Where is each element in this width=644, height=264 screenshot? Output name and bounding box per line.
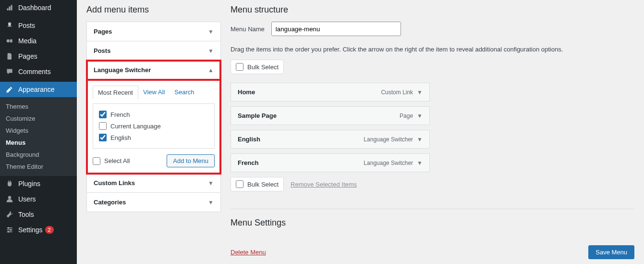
submenu-item-background[interactable]: Background: [0, 149, 77, 161]
dashboard-icon: [5, 4, 14, 12]
bulk-select-bottom[interactable]: Bulk Select: [231, 177, 284, 191]
users-icon: [5, 195, 14, 203]
submenu-item-widgets[interactable]: Widgets: [0, 125, 77, 137]
check-label: French: [110, 111, 130, 118]
accordion-label: Pages: [94, 28, 112, 35]
menu-item-type: Page▼: [400, 113, 423, 119]
accordion-head-pages[interactable]: Pages ▼: [87, 22, 220, 41]
sidebar-item-dashboard[interactable]: Dashboard: [0, 0, 77, 15]
submenu-item-themes[interactable]: Themes: [0, 101, 77, 113]
svg-point-7: [8, 231, 9, 233]
svg-point-1: [8, 196, 11, 199]
pin-icon: [5, 22, 14, 29]
menu-item-bar[interactable]: Home Custom Link▼: [231, 83, 430, 101]
menu-item-title: Sample Page: [238, 112, 277, 119]
sidebar-item-tools[interactable]: Tools: [0, 207, 77, 222]
check-item-current-language[interactable]: Current Language: [99, 120, 208, 132]
menu-item-title: French: [238, 159, 258, 166]
sidebar-item-label: Settings: [18, 226, 43, 234]
tab-most-recent[interactable]: Most Recent: [93, 86, 138, 100]
accordion-head-categories[interactable]: Categories ▼: [87, 193, 220, 212]
check-label: Current Language: [110, 123, 161, 130]
submenu-item-customize[interactable]: Customize: [0, 113, 77, 125]
sidebar-item-users[interactable]: Users: [0, 191, 77, 207]
sidebar-item-label: Plugins: [18, 180, 40, 188]
menu-structure-title: Menu structure: [231, 5, 634, 15]
accordion-label: Posts: [94, 47, 110, 54]
submenu-item-menus[interactable]: Menus: [0, 137, 77, 149]
checkbox-bulk-select-bottom[interactable]: [236, 180, 243, 188]
svg-point-0: [7, 39, 10, 42]
checkbox-english[interactable]: [99, 134, 107, 141]
accordion-head-custom-links[interactable]: Custom Links ▼: [87, 174, 220, 193]
chevron-down-icon[interactable]: ▼: [417, 89, 423, 96]
checkbox-select-all[interactable]: [93, 157, 100, 165]
media-icon: [5, 37, 14, 45]
check-label: English: [110, 134, 131, 141]
chevron-down-icon[interactable]: ▼: [417, 160, 423, 166]
accordion-label: Categories: [94, 199, 126, 206]
check-item-english[interactable]: English: [99, 132, 208, 143]
menu-item-title: Home: [238, 88, 255, 96]
sidebar-item-settings[interactable]: Settings 2: [0, 222, 77, 238]
accordion-body-language-switcher: Most Recent View All Search French Curre…: [87, 80, 220, 174]
sidebar-item-pages[interactable]: Pages: [0, 49, 77, 64]
check-item-french[interactable]: French: [99, 109, 208, 120]
appearance-submenu: Themes Customize Widgets Menus Backgroun…: [0, 97, 77, 176]
chevron-down-icon: ▼: [208, 180, 214, 187]
sidebar-item-label: Pages: [18, 52, 37, 60]
menu-item-type: Custom Link▼: [381, 89, 423, 96]
appearance-icon: [5, 86, 14, 93]
chevron-down-icon: ▼: [208, 48, 214, 54]
menu-item-bar[interactable]: French Language Switcher▼: [231, 153, 430, 172]
delete-menu-link[interactable]: Delete Menu: [231, 249, 266, 256]
menu-item-type: Language Switcher▼: [364, 160, 423, 166]
checkbox-current-language[interactable]: [99, 122, 107, 130]
remove-selected-link: Remove Selected Items: [291, 181, 357, 188]
menu-item-type: Language Switcher▼: [364, 136, 423, 143]
sidebar-item-media[interactable]: Media: [0, 33, 77, 49]
menu-name-input[interactable]: [271, 22, 401, 36]
bulk-select-top[interactable]: Bulk Select: [231, 60, 284, 74]
add-menu-items-column: Add menu items Pages ▼ Posts ▼ Language …: [86, 0, 221, 264]
sidebar-item-label: Dashboard: [18, 4, 51, 12]
accordion-head-posts[interactable]: Posts ▼: [87, 41, 220, 61]
tools-icon: [5, 211, 14, 218]
chevron-down-icon: ▼: [208, 199, 214, 206]
tab-view-all[interactable]: View All: [138, 86, 170, 100]
sidebar-item-comments[interactable]: Comments: [0, 64, 77, 79]
settings-badge: 2: [45, 226, 54, 234]
sidebar-item-label: Appearance: [18, 86, 55, 93]
bulk-select-label: Bulk Select: [247, 181, 279, 188]
checkbox-french[interactable]: [99, 111, 107, 118]
menu-item-bar[interactable]: Sample Page Page▼: [231, 106, 430, 125]
sidebar-item-label: Tools: [18, 211, 34, 218]
sidebar-item-appearance[interactable]: Appearance: [0, 82, 77, 97]
bulk-select-label: Bulk Select: [247, 63, 279, 71]
sidebar-item-plugins[interactable]: Plugins: [0, 176, 77, 191]
menu-item-title: English: [238, 136, 260, 143]
menu-name-label: Menu Name: [231, 25, 265, 33]
chevron-down-icon[interactable]: ▼: [417, 113, 423, 119]
sidebar-item-label: Users: [18, 195, 36, 203]
select-all-label: Select All: [104, 157, 130, 164]
accordion-label: Language Switcher: [94, 66, 151, 74]
chevron-up-icon: ▲: [208, 67, 214, 74]
tab-search[interactable]: Search: [170, 86, 199, 100]
settings-icon: [5, 226, 14, 234]
chevron-down-icon[interactable]: ▼: [417, 136, 423, 143]
submenu-item-theme-editor[interactable]: Theme Editor: [0, 161, 77, 173]
sidebar-item-label: Posts: [18, 22, 35, 29]
language-checklist: French Current Language English: [93, 103, 215, 149]
svg-point-6: [10, 229, 12, 231]
checkbox-bulk-select-top[interactable]: [236, 63, 243, 71]
save-menu-button[interactable]: Save Menu: [588, 245, 634, 259]
accordion-head-language-switcher[interactable]: Language Switcher ▲: [87, 61, 220, 80]
plugins-icon: [5, 180, 14, 188]
sidebar-item-posts[interactable]: Posts: [0, 18, 77, 33]
select-all-row[interactable]: Select All: [93, 157, 130, 165]
menu-item-bar[interactable]: English Language Switcher▼: [231, 130, 430, 149]
add-to-menu-button[interactable]: Add to Menu: [167, 154, 215, 167]
menu-items-list: Home Custom Link▼ Sample Page Page▼ Engl…: [231, 83, 430, 177]
add-menu-items-title: Add menu items: [86, 5, 221, 15]
